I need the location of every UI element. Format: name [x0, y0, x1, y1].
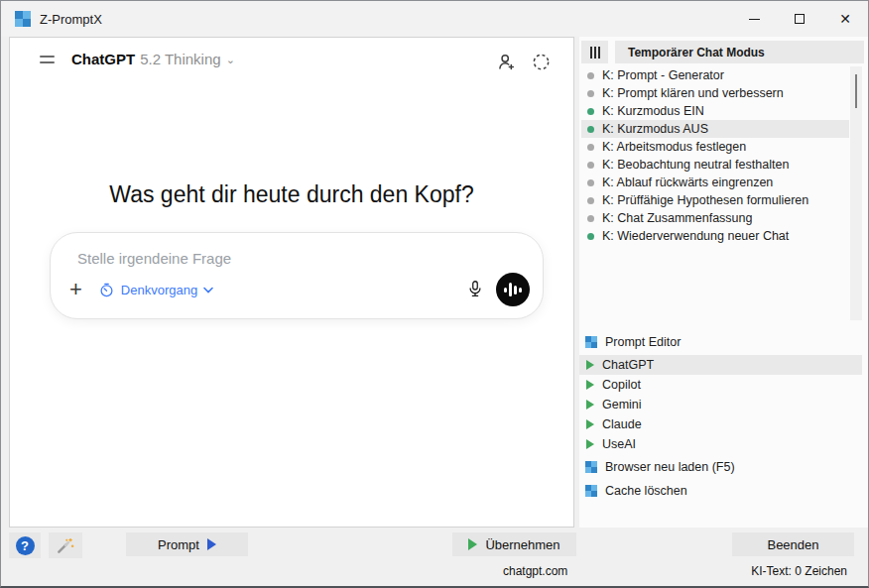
chevron-down-icon — [203, 287, 213, 294]
prompt-editor-item[interactable]: Prompt Editor — [585, 333, 681, 351]
waveform-icon — [504, 288, 507, 293]
magic-wand-button[interactable] — [49, 532, 82, 558]
model-selector[interactable]: ChatGPT 5.2 Thinking ⌄ — [71, 51, 235, 67]
prompt-item[interactable]: K: Beobachtung neutral festhalten — [581, 156, 849, 174]
composer-toolbar: + Denkvorgang — [69, 272, 530, 307]
prompt-button[interactable]: Prompt — [126, 532, 248, 556]
close-button[interactable]: ✕ — [822, 1, 868, 37]
help-button[interactable]: ? — [9, 532, 41, 558]
prompt-item-label: K: Prüffähige Hypothesen formulieren — [602, 193, 808, 207]
help-icon: ? — [16, 536, 35, 555]
prompt-item[interactable]: K: Chat Zusammenfassung — [581, 209, 849, 227]
thinking-mode-chip[interactable]: Denkvorgang — [98, 282, 213, 298]
prompt-button-label: Prompt — [158, 537, 199, 552]
service-list: ChatGPTCopilotGeminiClaudeUseAI — [579, 355, 862, 454]
prompt-item-label: K: Ablauf rückwärts eingrenzen — [602, 176, 773, 189]
quit-button[interactable]: Beenden — [732, 532, 854, 556]
dictate-button[interactable] — [466, 280, 484, 299]
play-icon — [586, 439, 594, 449]
app-logo-icon — [15, 11, 31, 27]
magic-wand-icon — [56, 535, 75, 555]
apply-button[interactable]: Übernehmen — [452, 532, 576, 556]
play-icon — [586, 380, 594, 390]
app-body: ChatGPT 5.2 Thinking ⌄ Was geht dir heut… — [1, 37, 868, 586]
title-bar: Z-PromptX ✕ — [1, 1, 868, 37]
play-icon — [586, 400, 594, 410]
status-dot-gray — [587, 197, 594, 204]
prompt-item[interactable]: K: Prüffähige Hypothesen formulieren — [581, 191, 849, 209]
service-item[interactable]: Copilot — [579, 375, 862, 395]
status-dot-green — [587, 233, 594, 240]
scrollbar-thumb[interactable] — [855, 74, 857, 108]
attach-plus-icon[interactable]: + — [69, 279, 82, 300]
service-item[interactable]: Claude — [579, 414, 862, 434]
sidebar-action-item[interactable]: Cache löschen — [579, 481, 862, 501]
prompt-item-label: K: Beobachtung neutral festhalten — [602, 158, 789, 172]
status-dot-gray — [587, 90, 594, 97]
prompt-list: K: Prompt - GeneratorK: Prompt klären un… — [581, 66, 849, 245]
play-icon — [468, 538, 477, 550]
service-item[interactable]: Gemini — [579, 395, 862, 414]
current-url: chatgpt.com — [503, 564, 567, 578]
prompt-item[interactable]: K: Prompt - Generator — [581, 66, 849, 84]
close-icon: ✕ — [839, 12, 851, 26]
prompt-item-label: K: Arbeitsmodus festlegen — [602, 140, 746, 154]
service-item[interactable]: UseAI — [579, 434, 862, 454]
prompt-item[interactable]: K: Kurzmodus EIN — [581, 102, 849, 120]
prompt-item-label: K: Prompt - Generator — [602, 68, 724, 82]
window-title: Z-PromptX — [40, 12, 102, 27]
apply-button-label: Übernehmen — [485, 537, 559, 552]
maximize-button[interactable] — [777, 1, 822, 37]
prompt-sidebar: Temporärer Chat Modus K: Prompt - Genera… — [579, 37, 869, 528]
prompt-item[interactable]: K: Wiederverwendung neuer Chat — [581, 227, 849, 245]
voice-mode-button[interactable] — [496, 273, 530, 306]
model-version: 5.2 Thinking — [140, 51, 220, 67]
prompt-item-label: K: Wiederverwendung neuer Chat — [602, 229, 789, 243]
status-dot-gray — [587, 215, 594, 222]
service-item[interactable]: ChatGPT — [579, 355, 862, 375]
service-item-label: Copilot — [602, 378, 641, 392]
status-dot-green — [587, 126, 594, 133]
sidebar-action-item[interactable]: Browser neu laden (F5) — [579, 457, 862, 477]
status-bar: chatgpt.com KI-Text: 0 Zeichen — [1, 558, 868, 586]
sidebar-toggle-icon[interactable] — [40, 56, 55, 63]
service-item-label: ChatGPT — [602, 358, 654, 372]
prompt-item[interactable]: K: Ablauf rückwärts eingrenzen — [581, 174, 849, 191]
status-dot-gray — [587, 179, 594, 186]
play-icon — [586, 360, 594, 370]
model-name: ChatGPT — [71, 51, 135, 67]
service-item-label: UseAI — [602, 437, 636, 451]
chat-mode-header[interactable]: Temporärer Chat Modus — [615, 41, 864, 63]
status-dot-green — [587, 108, 594, 115]
prompt-editor-label: Prompt Editor — [605, 335, 681, 349]
composer-placeholder[interactable]: Stelle irgendeine Frage — [77, 250, 231, 267]
app-window: Z-PromptX ✕ ChatGPT 5.2 Thinking ⌄ — [0, 0, 869, 588]
prompt-list-scrollbar[interactable] — [850, 66, 862, 320]
prompt-item[interactable]: K: Kurzmodus AUS — [581, 120, 849, 138]
quit-button-label: Beenden — [767, 537, 818, 552]
service-item-label: Gemini — [602, 398, 642, 412]
microphone-icon — [466, 280, 484, 299]
chat-top-icons — [496, 52, 552, 72]
chat-composer[interactable]: Stelle irgendeine Frage + Denkvorgang — [50, 232, 544, 319]
prompt-item-label: K: Chat Zusammenfassung — [602, 211, 752, 225]
vertical-bars-icon — [590, 47, 592, 59]
service-item-label: Claude — [602, 417, 642, 431]
play-icon — [586, 419, 594, 429]
minimize-button[interactable] — [731, 1, 777, 37]
thinking-clock-icon — [98, 282, 115, 298]
prompt-item[interactable]: K: Arbeitsmodus festlegen — [581, 138, 849, 156]
sidebar-action-label: Browser neu laden (F5) — [605, 460, 735, 474]
sidebar-actions: Browser neu laden (F5)Cache löschen — [579, 457, 862, 505]
maximize-icon — [795, 14, 805, 24]
window-controls: ✕ — [731, 1, 868, 37]
thinking-chip-label: Denkvorgang — [121, 283, 197, 297]
sidebar-header: Temporärer Chat Modus — [581, 41, 864, 63]
prompt-item-label: K: Kurzmodus AUS — [602, 122, 708, 136]
status-dot-gray — [587, 72, 594, 79]
prompt-item[interactable]: K: Prompt klären und verbessern — [581, 84, 849, 102]
sidebar-menu-button[interactable] — [581, 41, 608, 63]
prompt-item-label: K: Prompt klären und verbessern — [602, 86, 784, 100]
invite-user-icon[interactable] — [496, 52, 517, 72]
temporary-chat-icon[interactable] — [531, 52, 552, 72]
